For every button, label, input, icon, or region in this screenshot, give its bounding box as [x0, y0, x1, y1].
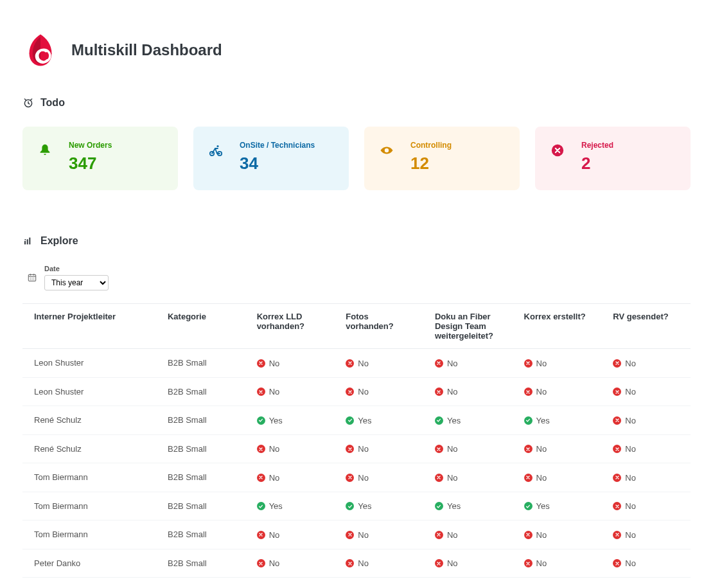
cell-bool: No	[245, 463, 335, 492]
table-row[interactable]: Tom BiermannB2B SmallYesYesYesYesNo	[22, 492, 691, 521]
bool-no-cell: No	[613, 501, 636, 511]
date-filter-select[interactable]: This year	[44, 275, 109, 290]
cell-bool: Yes	[334, 492, 423, 521]
close-circle-icon	[549, 142, 566, 159]
svg-point-5	[386, 150, 388, 152]
cell-bool: No	[601, 349, 691, 378]
bool-yes-cell: Yes	[435, 501, 461, 511]
cell-kategorie: B2B Small	[156, 463, 245, 492]
cell-bool: No	[601, 492, 691, 521]
bicycle-icon	[207, 142, 224, 159]
bool-no-cell: No	[257, 530, 280, 540]
bool-yes-cell: Yes	[257, 501, 283, 511]
cell-bool: No	[245, 549, 335, 578]
cell-kategorie: B2B Small	[156, 434, 245, 463]
card-controlling[interactable]: Controlling 12	[364, 127, 520, 190]
check-circle-icon	[435, 416, 443, 425]
date-filter-label: Date	[44, 265, 109, 272]
x-circle-icon	[613, 445, 621, 453]
x-circle-icon	[524, 445, 533, 453]
cell-projektleiter: René Schulz	[22, 406, 156, 435]
x-circle-icon	[257, 359, 265, 368]
bool-no-cell: No	[257, 359, 280, 368]
bool-no-cell: No	[435, 387, 458, 396]
card-rejected[interactable]: Rejected 2	[535, 127, 691, 190]
table-header-cell: RV gesendet?	[601, 304, 691, 349]
cell-bool: Yes	[423, 492, 513, 521]
check-circle-icon	[524, 416, 533, 425]
x-circle-icon	[613, 359, 621, 368]
x-circle-icon	[524, 359, 533, 368]
x-circle-icon	[613, 474, 621, 482]
x-circle-icon	[613, 502, 621, 510]
table-row[interactable]: Leon ShusterB2B SmallNoNoNoNoNo	[22, 349, 691, 378]
cell-kategorie: B2B Small	[156, 492, 245, 521]
card-onsite[interactable]: OnSite / Technicians 34	[193, 127, 349, 190]
bool-yes-cell: Yes	[524, 416, 550, 425]
cell-bool: No	[423, 377, 513, 406]
cell-bool: No	[601, 549, 691, 578]
bool-no-cell: No	[524, 473, 547, 483]
card-value: 12	[410, 154, 452, 174]
table-row[interactable]: Tom BiermannB2B SmallNoNoNoNoNo	[22, 463, 691, 492]
calendar-icon	[26, 272, 38, 283]
table-row[interactable]: Peter DankoB2B SmallNoNoNoNoNo	[22, 549, 691, 578]
cell-bool: No	[513, 521, 602, 549]
bool-no-cell: No	[524, 530, 547, 540]
table-row[interactable]: Tom BiermannB2B SmallNoNoNoNoNo	[22, 521, 691, 549]
table-header-cell: Korrex erstellt?	[513, 304, 602, 349]
bool-no-cell: No	[346, 558, 369, 568]
table-row[interactable]: René SchulzB2B SmallNoNoNoNoNo	[22, 434, 691, 463]
bool-yes-cell: Yes	[346, 416, 371, 425]
x-circle-icon	[613, 559, 621, 567]
cell-bool: Yes	[513, 492, 602, 521]
brand-logo	[22, 32, 58, 68]
x-circle-icon	[435, 531, 443, 539]
explore-heading: Explore	[22, 235, 691, 247]
svg-rect-9	[29, 238, 30, 245]
bool-no-cell: No	[257, 558, 280, 568]
bool-no-cell: No	[346, 387, 369, 396]
cell-bool: No	[513, 549, 602, 578]
stat-card-row: New Orders 347 OnSite / Technicians 34	[22, 127, 691, 190]
x-circle-icon	[435, 474, 443, 482]
cell-bool: No	[513, 377, 602, 406]
cell-kategorie: B2B Small	[156, 349, 245, 378]
check-circle-icon	[257, 502, 265, 510]
x-circle-icon	[346, 531, 354, 539]
bool-no-cell: No	[613, 444, 636, 454]
x-circle-icon	[257, 559, 265, 567]
cell-bool: No	[423, 349, 513, 378]
bool-no-cell: No	[257, 387, 280, 396]
svg-rect-7	[24, 241, 26, 244]
cell-bool: No	[245, 349, 335, 378]
cell-bool: No	[423, 434, 513, 463]
bool-yes-cell: Yes	[346, 501, 371, 511]
x-circle-icon	[346, 388, 354, 396]
bell-icon	[37, 142, 53, 159]
orders-table: Interner ProjektleiterKategorieKorrex LL…	[22, 303, 691, 578]
bool-no-cell: No	[613, 530, 636, 540]
todo-heading: Todo	[22, 97, 691, 109]
cell-projektleiter: Tom Biermann	[22, 492, 156, 521]
x-circle-icon	[524, 388, 533, 396]
table-row[interactable]: Leon ShusterB2B SmallNoNoNoNoNo	[22, 377, 691, 406]
cell-bool: No	[245, 521, 335, 549]
card-label: Controlling	[410, 141, 452, 150]
x-circle-icon	[346, 359, 354, 368]
cell-bool: No	[601, 521, 691, 549]
card-new-orders[interactable]: New Orders 347	[22, 127, 178, 190]
table-header-cell: Korrex LLD vorhanden?	[245, 304, 335, 349]
card-label: New Orders	[69, 141, 112, 150]
alarm-icon	[22, 97, 34, 109]
table-header-cell: Fotos vorhanden?	[334, 304, 423, 349]
cell-kategorie: B2B Small	[156, 377, 245, 406]
cell-bool: No	[334, 463, 423, 492]
x-circle-icon	[257, 445, 265, 453]
table-row[interactable]: René SchulzB2B SmallYesYesYesYesNo	[22, 406, 691, 435]
page-header: Multiskill Dashboard	[22, 32, 691, 68]
cell-bool: No	[601, 377, 691, 406]
cell-bool: Yes	[423, 406, 513, 435]
bool-no-cell: No	[346, 530, 369, 540]
cell-bool: No	[334, 549, 423, 578]
